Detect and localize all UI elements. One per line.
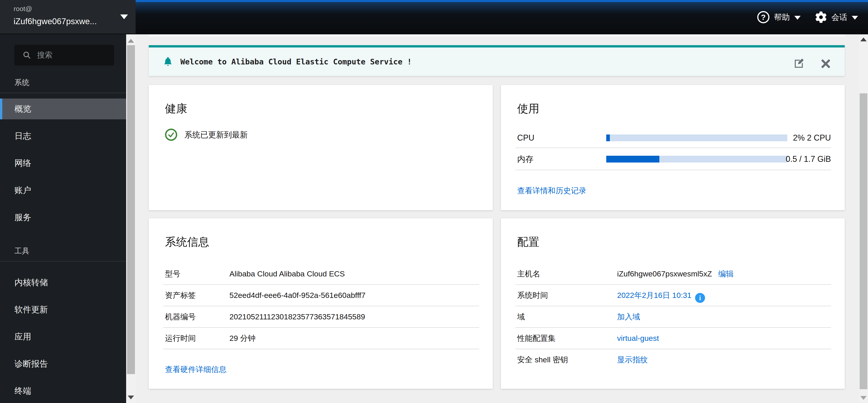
row-label: 域	[517, 306, 525, 327]
row-label: 机器编号	[165, 306, 196, 327]
row-label: 主机名	[517, 263, 540, 284]
row-label: 运行时间	[165, 328, 196, 349]
sidebar-item-日志[interactable]: 日志	[0, 126, 126, 147]
usage-row-label: 内存	[517, 154, 533, 164]
table-row: 型号Alibaba Cloud Alibaba Cloud ECS	[149, 263, 493, 284]
session-menu[interactable]: 会话	[815, 11, 858, 23]
usage-details-link[interactable]: 查看详情和历史记录	[517, 185, 586, 196]
edit-link[interactable]: 编辑	[718, 270, 734, 278]
hardware-details-link[interactable]: 查看硬件详细信息	[165, 364, 226, 374]
info-icon[interactable]: i	[695, 293, 705, 303]
system-info-card-title: 系统信息	[165, 235, 209, 249]
table-row: 性能配置集virtual-guest	[501, 328, 845, 349]
system-info-card: 系统信息 型号Alibaba Cloud Alibaba Cloud ECS资产…	[149, 218, 493, 389]
gear-icon	[815, 11, 827, 23]
row-value: 52eed4df-eee6-4a0f-952a-561e60abfff7	[229, 285, 366, 306]
sidebar-item-概览[interactable]: 概览	[0, 98, 126, 119]
sidebar-item-诊断报告[interactable]: 诊断报告	[0, 353, 126, 374]
sidebar-scrollbar[interactable]	[126, 34, 136, 403]
masthead-menus: ? 帮助 会话	[757, 0, 858, 34]
question-circle-icon: ?	[757, 11, 770, 23]
sidebar-item-服务[interactable]: 服务	[0, 207, 126, 228]
check-circle-icon	[165, 129, 177, 141]
config-card: 配置 主机名iZuf6hgwe067psxwesml5xZ编辑系统时间2022年…	[501, 218, 845, 389]
scroll-up-arrow-icon[interactable]	[860, 37, 867, 41]
sidebar-item-应用[interactable]: 应用	[0, 327, 126, 347]
usage-row-label: CPU	[517, 132, 534, 143]
masthead: root@ iZuf6hgwe067psxwe... ? 帮助 会话	[0, 0, 868, 34]
table-row: 运行时间29 分钟	[149, 328, 493, 349]
row-value: iZuf6hgwe067psxwesml5xZ编辑	[617, 263, 734, 284]
search-icon	[23, 51, 31, 59]
row-label: 安全 shell 密钥	[517, 349, 568, 370]
usage-progress-fill	[606, 156, 659, 162]
scroll-down-arrow-icon[interactable]	[860, 396, 867, 400]
close-banner-button[interactable]	[818, 57, 833, 70]
help-menu-label: 帮助	[774, 12, 790, 23]
row-value-link[interactable]: 2022年2月16日 10:31i	[617, 285, 705, 306]
content-top-strip	[149, 34, 845, 36]
scrollbar-thumb[interactable]	[127, 45, 135, 374]
scroll-down-arrow-icon[interactable]	[128, 396, 134, 399]
edit-motd-button[interactable]	[792, 57, 806, 70]
nav-section-label: 系统	[14, 76, 29, 89]
row-label: 资产标签	[165, 285, 196, 306]
table-row: 安全 shell 密钥显示指纹	[501, 349, 845, 370]
row-divider	[515, 148, 831, 148]
table-row: 域加入域	[501, 306, 845, 327]
table-row: 主机名iZuf6hgwe067psxwesml5xZ编辑	[501, 263, 845, 284]
sidebar-item-账户[interactable]: 账户	[0, 180, 126, 201]
host-switcher[interactable]: root@ iZuf6hgwe067psxwe...	[0, 0, 135, 34]
row-divider	[163, 349, 479, 349]
cockpit-screen: root@ iZuf6hgwe067psxwe... ? 帮助 会话	[0, 0, 868, 403]
row-divider	[515, 170, 831, 170]
scrollbar-thumb[interactable]	[860, 93, 867, 389]
row-label: 性能配置集	[517, 328, 556, 349]
usage-card-title: 使用	[517, 101, 539, 116]
table-row: 系统时间2022年2月16日 10:31i	[501, 285, 845, 306]
chevron-down-icon	[120, 14, 128, 19]
sidebar-item-终端[interactable]: 终端	[0, 381, 126, 401]
row-value-link[interactable]: 显示指纹	[617, 349, 648, 370]
sidebar: 搜索 系统概览日志网络账户服务工具内核转储软件更新应用诊断报告终端	[0, 34, 126, 403]
main-scrollbar[interactable]	[859, 34, 868, 403]
usage-progress-fill	[606, 134, 610, 141]
usage-progress-bar	[606, 134, 787, 141]
nav-section-divider	[0, 261, 126, 261]
usage-progress-bar	[606, 156, 787, 162]
nav-section-divider	[0, 93, 126, 93]
search-input[interactable]: 搜索	[14, 45, 114, 66]
close-icon	[821, 59, 831, 69]
nav-section-label: 工具	[14, 245, 29, 257]
row-label: 型号	[165, 263, 180, 284]
sidebar-item-软件更新[interactable]: 软件更新	[0, 299, 126, 320]
health-card-title: 健康	[165, 101, 187, 116]
chevron-down-icon	[852, 16, 858, 20]
row-value: 20210521112301823577363571845589	[229, 306, 365, 327]
health-status-row: 系统已更新到最新	[165, 129, 248, 141]
usage-card: 使用 CPU2% 2 CPU内存0.5 / 1.7 GiB 查看详情和历史记录	[501, 85, 845, 210]
row-label: 系统时间	[517, 285, 548, 306]
table-row: 机器编号20210521112301823577363571845589	[149, 306, 493, 327]
health-status-text: 系统已更新到最新	[184, 129, 248, 140]
help-menu[interactable]: ? 帮助	[757, 11, 801, 23]
row-value: 29 分钟	[229, 328, 255, 349]
config-card-title: 配置	[517, 235, 539, 249]
host-name: iZuf6hgwe067psxwe...	[13, 17, 118, 26]
session-menu-label: 会话	[831, 12, 847, 23]
usage-row-value: 0.5 / 1.7 GiB	[786, 154, 831, 164]
sidebar-item-网络[interactable]: 网络	[0, 153, 126, 174]
search-placeholder: 搜索	[37, 50, 53, 60]
motd-banner: Welcome to Alibaba Cloud Elastic Compute…	[149, 45, 845, 76]
bell-icon	[162, 56, 174, 68]
banner-text: Welcome to Alibaba Cloud Elastic Compute…	[180, 57, 412, 66]
row-value: Alibaba Cloud Alibaba Cloud ECS	[229, 263, 345, 284]
chevron-down-icon	[794, 16, 801, 20]
sidebar-item-内核转储[interactable]: 内核转储	[0, 272, 126, 293]
health-card: 健康 系统已更新到最新	[149, 85, 493, 210]
table-row: 资产标签52eed4df-eee6-4a0f-952a-561e60abfff7	[149, 285, 493, 306]
host-user: root@	[13, 5, 32, 13]
scroll-up-arrow-icon[interactable]	[128, 39, 134, 43]
row-value-link[interactable]: 加入域	[617, 306, 640, 327]
row-value-link[interactable]: virtual-guest	[617, 328, 659, 349]
